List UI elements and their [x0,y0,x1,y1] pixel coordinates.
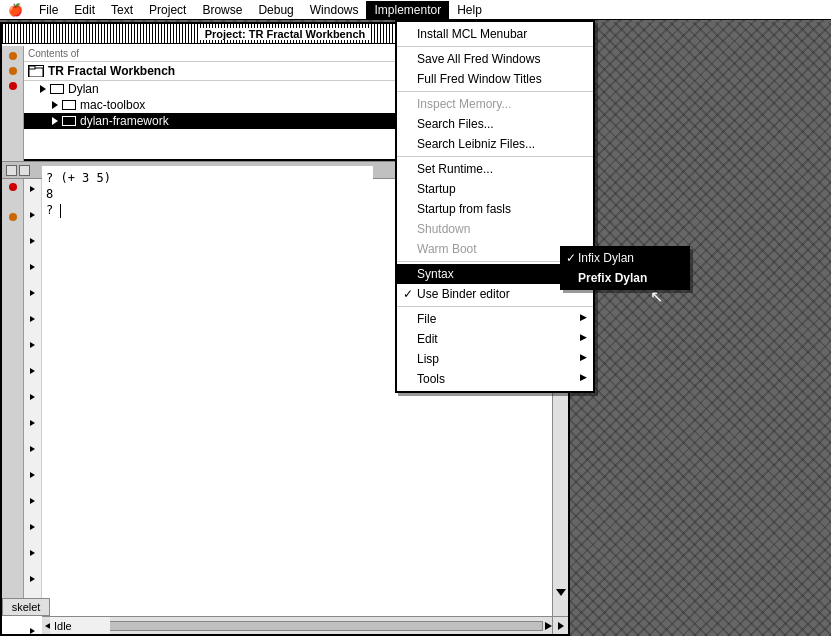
project-title-row: TR Fractal Workbench [24,62,397,81]
hscroll-right-arrow[interactable] [545,622,552,630]
menu-startup-fasls[interactable]: Startup from fasls [397,199,593,219]
tree-label-dylan: Dylan [68,82,99,96]
right-deco-bg [570,22,831,636]
menu-implementor[interactable]: Implementor [366,1,449,19]
contents-panel: Contents of TR Fractal Workbench Dylan m… [24,46,397,161]
arrow-6 [30,316,35,322]
menu-section-6: File Edit Lisp Tools [397,307,593,391]
arrow-8 [30,368,35,374]
tree-label-framework: dylan-framework [80,114,169,128]
editor-line-2: 8 [46,186,369,202]
menu-search-leibniz[interactable]: Search Leibniz Files... [397,134,593,154]
left-indicators [2,46,24,161]
menu-file[interactable]: File [31,1,66,19]
menu-section-2: Save All Fred Windows Full Fred Window T… [397,47,593,92]
menu-windows[interactable]: Windows [302,1,367,19]
editor-line-3: ? [46,202,369,218]
tree-folder-framework [62,116,76,126]
indicator-dot-2 [9,67,17,75]
tree-item-dylan[interactable]: Dylan [24,81,397,97]
arrow-9 [30,394,35,400]
menu-help[interactable]: Help [449,1,490,19]
editor-indicator-orange [9,213,17,221]
menu-install-mcl[interactable]: Install MCL Menubar [397,24,593,44]
skeleton-label: skelet [2,598,50,616]
hscroll-end-btn[interactable] [552,616,568,634]
tree-arrow-dylan [40,85,46,93]
tree-item-dylan-framework[interactable]: dylan-framework [24,113,397,129]
hscroll-track[interactable] [57,621,543,631]
impl-zoom-btn[interactable] [19,165,30,176]
editor-indicator-red [9,183,17,191]
syntax-submenu: Infix Dylan Prefix Dylan [560,246,690,290]
tree-label-mac: mac-toolbox [80,98,145,112]
project-name: TR Fractal Workbench [48,64,175,78]
menu-save-all-fred[interactable]: Save All Fred Windows [397,49,593,69]
arrow-3 [30,238,35,244]
vscroll-down-arrow[interactable] [556,589,566,596]
menu-project[interactable]: Project [141,1,194,19]
menu-startup[interactable]: Startup [397,179,593,199]
arrow-10 [30,420,35,426]
apple-menu[interactable]: 🍎 [0,1,31,19]
menu-edit[interactable]: Edit [66,1,103,19]
menu-debug[interactable]: Debug [250,1,301,19]
arrow-13 [30,498,35,504]
contents-label: Contents of [24,46,397,62]
menu-tools[interactable]: Tools [397,369,593,389]
tree-arrow-mac [52,101,58,109]
arrow-2 [30,212,35,218]
arrow-7 [30,342,35,348]
tree-item-mac-toolbox[interactable]: mac-toolbox [24,97,397,113]
hscroll-right-end-arrow [558,622,564,630]
impl-close-btn[interactable] [6,165,17,176]
menu-file-sub[interactable]: File [397,309,593,329]
menu-shutdown: Shutdown [397,219,593,239]
arrow-15 [30,550,35,556]
arrow-14 [30,524,35,530]
status-idle: Idle [50,616,110,634]
indicator-dot-3 [9,82,17,90]
submenu-infix-dylan[interactable]: Infix Dylan [562,248,688,268]
arrow-5 [30,290,35,296]
menu-inspect-memory: Inspect Memory... [397,94,593,114]
menu-lisp[interactable]: Lisp [397,349,593,369]
tree-folder-dylan [50,84,64,94]
menu-edit-sub[interactable]: Edit [397,329,593,349]
arrow-12 [30,472,35,478]
editor-cursor [60,204,61,218]
editor-arrows-col [24,179,42,616]
project-folder-icon [28,65,44,77]
menu-text[interactable]: Text [103,1,141,19]
menu-search-files[interactable]: Search Files... [397,114,593,134]
hscroll-bar[interactable] [42,616,552,634]
tree-folder-mac [62,100,76,110]
menu-full-fred-titles[interactable]: Full Fred Window Titles [397,69,593,89]
arrow-4 [30,264,35,270]
menu-set-runtime[interactable]: Set Runtime... [397,159,593,179]
window-title: Project: TR Fractal Workbench [199,28,372,40]
arrow-16 [30,576,35,582]
editor-line-1: ? (+ 3 5) [46,170,369,186]
tree-arrow-framework [52,117,58,125]
menu-section-1: Install MCL Menubar [397,22,593,47]
editor-area[interactable]: ? (+ 3 5) 8 ? [42,166,373,604]
arrow-1 [30,186,35,192]
svg-rect-1 [29,66,35,69]
arrow-18 [30,628,35,634]
right-deco-panel [570,22,831,636]
indicator-dot-1 [9,52,17,60]
implementor-dropdown: Install MCL Menubar Save All Fred Window… [395,20,595,393]
editor-left-indicators [2,179,24,616]
menubar: 🍎 File Edit Text Project Browse Debug Wi… [0,0,831,20]
menu-section-3: Inspect Memory... Search Files... Search… [397,92,593,157]
menu-browse[interactable]: Browse [194,1,250,19]
arrow-11 [30,446,35,452]
submenu-prefix-dylan[interactable]: Prefix Dylan [562,268,688,288]
